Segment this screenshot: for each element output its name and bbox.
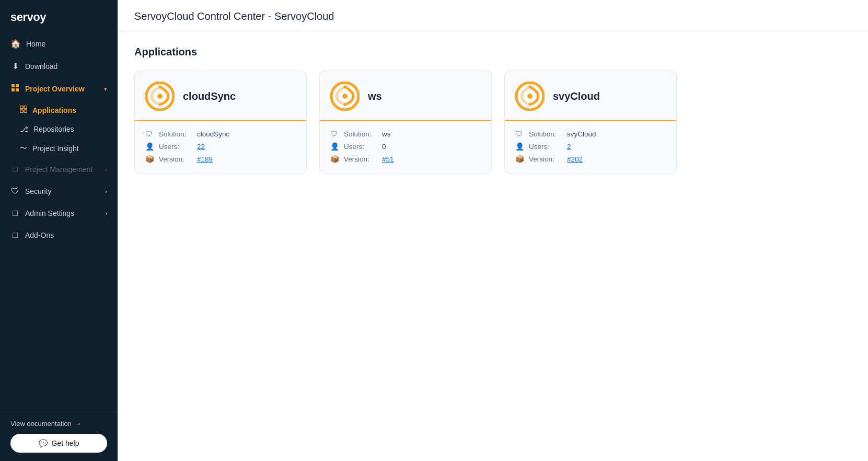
sidebar-item-add-ons[interactable]: □ Add-Ons	[0, 224, 118, 246]
sidebar-item-security[interactable]: 🛡 Security ›	[0, 180, 118, 202]
card-version-ws: 📦 Version: #51	[330, 155, 481, 163]
sidebar-nav: 🏠 Home ⬇ Download Project Overview ▾	[0, 32, 118, 411]
chat-icon: 💬	[39, 439, 48, 447]
users-icon: 👤	[145, 142, 155, 151]
card-body-cloudsync: 🛡 Solution: cloudSync 👤 Users: 22 📦 Vers…	[135, 121, 306, 174]
sidebar-item-project-overview-label: Project Overview	[25, 85, 85, 93]
solution-icon-svycloud: 🛡	[515, 130, 525, 138]
svg-rect-0	[11, 84, 15, 87]
applications-grid: cloudSync 🛡 Solution: cloudSync 👤 Users:…	[134, 71, 851, 174]
add-ons-icon: □	[10, 230, 20, 240]
card-solution-svycloud: 🛡 Solution: svyCloud	[515, 130, 666, 138]
version-value-ws[interactable]: #51	[382, 155, 394, 163]
logo: servoy	[0, 0, 118, 32]
get-help-label: Get help	[52, 439, 79, 447]
solution-value-svycloud: svyCloud	[567, 130, 596, 138]
chevron-right-icon-admin: ›	[105, 210, 107, 216]
svg-rect-4	[20, 106, 24, 109]
svg-rect-6	[20, 110, 24, 113]
card-users-cloudsync: 👤 Users: 22	[145, 142, 296, 151]
svg-rect-2	[11, 88, 15, 91]
card-users-svycloud: 👤 Users: 2	[515, 142, 666, 151]
home-icon: 🏠	[10, 39, 21, 49]
admin-settings-icon: □	[10, 209, 20, 218]
users-value-cloudsync[interactable]: 22	[197, 143, 205, 151]
solution-icon-ws: 🛡	[330, 130, 340, 138]
version-value-svycloud[interactable]: #202	[567, 155, 583, 163]
card-header-ws: ws	[320, 71, 491, 121]
sidebar-item-repositories-label: Repositories	[33, 125, 74, 133]
sidebar-item-admin-settings[interactable]: □ Admin Settings ›	[0, 202, 118, 224]
card-version-svycloud: 📦 Version: #202	[515, 155, 666, 163]
card-header-svycloud: svyCloud	[505, 71, 676, 121]
section-title: Applications	[134, 46, 851, 58]
svg-point-16	[527, 94, 533, 99]
users-value-svycloud[interactable]: 2	[567, 143, 571, 151]
svg-point-13	[342, 94, 348, 99]
sidebar-item-repositories[interactable]: ⎇ Repositories	[0, 120, 118, 139]
arrow-right-icon: →	[75, 420, 82, 428]
sidebar-item-add-ons-label: Add-Ons	[25, 231, 54, 239]
applications-icon	[20, 106, 27, 114]
card-solution-cloudsync: 🛡 Solution: cloudSync	[145, 130, 296, 138]
card-body-ws: 🛡 Solution: ws 👤 Users: 0 📦 Version: #51	[320, 121, 491, 174]
card-header-cloudsync: cloudSync	[135, 71, 306, 121]
app-logo-ws	[330, 82, 360, 111]
main-header: ServoyCloud Control Center - ServoyCloud	[118, 0, 868, 31]
get-help-button[interactable]: 💬 Get help	[10, 434, 107, 453]
card-name-ws: ws	[368, 90, 382, 102]
chevron-right-icon-security: ›	[105, 188, 107, 194]
card-users-ws: 👤 Users: 0	[330, 142, 481, 151]
sidebar-item-applications-label: Applications	[32, 106, 76, 114]
app-card-svycloud[interactable]: svyCloud 🛡 Solution: svyCloud 👤 Users: 2	[504, 71, 677, 174]
version-icon: 📦	[145, 155, 155, 163]
download-icon: ⬇	[10, 61, 20, 71]
version-value-cloudsync[interactable]: #189	[197, 155, 213, 163]
sidebar-item-download-label: Download	[25, 62, 57, 71]
sidebar-item-project-overview[interactable]: Project Overview ▾	[0, 77, 118, 100]
svg-point-10	[157, 94, 163, 99]
solution-value-cloudsync: cloudSync	[197, 130, 229, 138]
chevron-right-icon: ›	[105, 166, 107, 172]
app-card-ws[interactable]: ws 🛡 Solution: ws 👤 Users: 0 📦	[319, 71, 492, 174]
sidebar-item-home-label: Home	[26, 40, 45, 48]
app-card-cloudsync[interactable]: cloudSync 🛡 Solution: cloudSync 👤 Users:…	[134, 71, 307, 174]
sidebar-item-admin-settings-label: Admin Settings	[25, 209, 74, 217]
sidebar-item-home[interactable]: 🏠 Home	[0, 32, 118, 55]
card-solution-ws: 🛡 Solution: ws	[330, 130, 481, 138]
repositories-icon: ⎇	[20, 125, 28, 133]
svg-rect-5	[24, 106, 27, 109]
users-value-ws: 0	[382, 143, 386, 151]
security-icon: 🛡	[10, 187, 20, 196]
page-title: ServoyCloud Control Center - ServoyCloud	[134, 10, 851, 22]
version-icon-svycloud: 📦	[515, 155, 525, 163]
sidebar-item-project-insight[interactable]: 〜 Project Insight	[0, 139, 118, 158]
app-logo-svycloud	[515, 82, 545, 111]
app-logo-cloudsync	[145, 82, 175, 111]
view-docs-label: View documentation	[10, 420, 72, 428]
svg-rect-7	[24, 110, 27, 113]
sidebar-item-project-management: □ Project Management ›	[0, 158, 118, 180]
main-content: Applications cloudSync	[118, 31, 868, 461]
sidebar-item-download[interactable]: ⬇ Download	[0, 55, 118, 77]
svg-rect-3	[16, 88, 19, 91]
version-icon-ws: 📦	[330, 155, 340, 163]
card-body-svycloud: 🛡 Solution: svyCloud 👤 Users: 2 📦 Versio…	[505, 121, 676, 174]
sidebar-item-project-insight-label: Project Insight	[32, 144, 79, 153]
chevron-down-icon: ▾	[104, 86, 107, 93]
sidebar-item-security-label: Security	[25, 187, 52, 195]
card-name-svycloud: svyCloud	[553, 90, 600, 102]
main-content-area: ServoyCloud Control Center - ServoyCloud…	[118, 0, 868, 461]
sidebar-footer: View documentation → 💬 Get help	[0, 411, 118, 461]
solution-value-ws: ws	[382, 130, 391, 138]
users-icon-svycloud: 👤	[515, 142, 525, 151]
card-version-cloudsync: 📦 Version: #189	[145, 155, 296, 163]
view-docs-link[interactable]: View documentation →	[10, 420, 107, 428]
project-management-icon: □	[10, 165, 20, 174]
solution-icon: 🛡	[145, 130, 155, 138]
card-name-cloudsync: cloudSync	[183, 90, 236, 102]
svg-rect-1	[16, 84, 19, 87]
project-insight-icon: 〜	[20, 144, 27, 153]
project-overview-icon	[10, 84, 20, 94]
sidebar-item-applications[interactable]: Applications	[0, 100, 118, 120]
